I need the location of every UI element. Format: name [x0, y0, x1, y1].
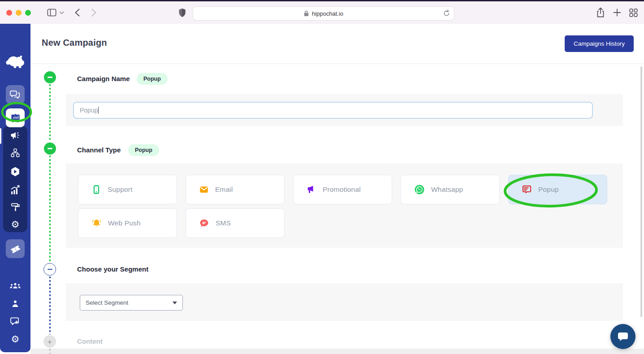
app-sidebar: ⚙ ⚙ [0, 24, 30, 352]
sidebar-item-workflows[interactable] [0, 148, 30, 158]
segment-label: Choose your Segment [77, 265, 148, 273]
sidebar-item-campaigns[interactable] [0, 131, 30, 141]
campaign-name-badge: Popup [137, 73, 168, 85]
growth-chart-icon [10, 185, 21, 195]
channel-type-label: Channel Type [77, 146, 121, 154]
content-label: Content [77, 337, 103, 345]
person-icon [10, 299, 20, 309]
back-icon[interactable] [75, 9, 80, 17]
minimize-window-button[interactable] [16, 10, 22, 16]
campaign-name-value: Popup [80, 107, 98, 114]
address-bar[interactable]: hippochat.io [193, 6, 454, 21]
campaign-name-section: Popup [66, 94, 623, 126]
channel-card-popup[interactable]: Popup [508, 175, 607, 204]
sidebar-item-design[interactable] [0, 202, 30, 212]
sidebar-item-teams[interactable] [0, 281, 30, 291]
share-icon[interactable] [596, 8, 605, 17]
channel-label: SMS [216, 219, 231, 227]
campaign-name-input[interactable]: Popup [73, 102, 593, 119]
forward-icon[interactable] [91, 9, 96, 17]
sidebar-subpanel [3, 126, 27, 232]
tab-overview-icon[interactable] [629, 9, 638, 17]
sidebar-item-tickets[interactable] [6, 239, 25, 258]
sidebar-item-dashboard[interactable] [6, 108, 25, 127]
channel-label: Promotional [323, 186, 361, 194]
stepper-connector [49, 276, 51, 334]
channel-card-whatsapp[interactable]: Whatsapp [401, 175, 500, 204]
chat-gear-icon [10, 316, 21, 327]
step3-indicator[interactable] [43, 263, 56, 276]
segment-select[interactable]: Select Segment [80, 295, 183, 311]
close-window-button[interactable] [6, 10, 12, 16]
gear-icon: ⚙ [11, 220, 20, 229]
chats-icon [10, 90, 21, 99]
sidebar-item-chats[interactable] [6, 85, 25, 104]
step1-indicator[interactable] [44, 71, 56, 83]
sidebar-item-chat-settings[interactable] [0, 316, 30, 327]
campaign-name-label: Campaign Name [77, 75, 130, 82]
team-icon [9, 281, 21, 291]
channel-card-email[interactable]: Email [186, 175, 285, 204]
segment-select-value: Select Segment [86, 299, 128, 306]
sidebar-item-analytics[interactable] [0, 185, 30, 195]
channel-label: Support [108, 186, 133, 194]
reload-icon[interactable] [443, 9, 450, 17]
page-header: New Campaign Campaigns History [30, 24, 644, 63]
chevron-down-icon[interactable] [60, 11, 64, 14]
envelope-icon [199, 185, 209, 194]
segment-section: Select Segment OR Create segment via CSV [66, 283, 623, 321]
page-title: New Campaign [42, 38, 107, 48]
channel-type-badge: Popup [128, 144, 159, 156]
channel-card-support[interactable]: Support [78, 175, 177, 204]
next-section-band [30, 349, 644, 354]
workflow-icon [10, 148, 20, 158]
channel-card-sms[interactable]: SMS [186, 208, 285, 238]
sidebar-item-profile[interactable] [0, 299, 30, 309]
mobile-phone-icon [91, 185, 101, 194]
dashboard-icon [10, 113, 21, 123]
chat-widget-button[interactable] [610, 324, 635, 349]
paint-roller-icon [10, 202, 21, 212]
campaigns-megaphone-icon [10, 131, 21, 141]
bell-icon [91, 218, 102, 229]
url-text: hippochat.io [312, 10, 343, 17]
page-scrollbar[interactable] [640, 66, 642, 317]
stepper-connector [49, 155, 51, 262]
stepper-connector [49, 349, 51, 354]
campaigns-history-button[interactable]: Campaigns History [565, 35, 634, 52]
channel-label: Popup [538, 186, 559, 194]
step2-indicator[interactable] [44, 142, 56, 155]
zoom-window-button[interactable] [25, 10, 31, 16]
channel-type-section: Support Email Promotional Whatsapp Popup… [66, 164, 623, 248]
whatsapp-icon [414, 184, 425, 195]
channel-card-promotional[interactable]: Promotional [293, 175, 392, 204]
sidebar-item-settings[interactable]: ⚙ [0, 220, 30, 229]
hippo-logo-icon[interactable] [0, 52, 30, 70]
popup-window-icon [522, 185, 532, 195]
traffic-lights[interactable] [6, 10, 35, 16]
sidebar-toggle-icon[interactable] [47, 9, 56, 17]
send-hexagon-icon [10, 166, 21, 177]
new-tab-plus-icon[interactable] [613, 9, 621, 17]
privacy-shield-icon[interactable] [178, 8, 186, 17]
ticket-icon [9, 243, 21, 254]
chat-bubble-icon [617, 331, 629, 342]
sidebar-item-preferences[interactable]: ⚙ [0, 335, 30, 344]
step4-indicator[interactable]: + [43, 335, 56, 348]
gear-icon: ⚙ [11, 335, 20, 344]
megaphone-icon [307, 185, 316, 194]
select-caret-icon [173, 302, 177, 304]
text-cursor [98, 107, 99, 114]
stepper-connector [49, 84, 51, 142]
screen: hippochat.io [0, 0, 644, 354]
channel-label: Email [215, 186, 233, 194]
channel-label: Whatsapp [431, 186, 463, 194]
channel-label: Web Push [108, 219, 141, 227]
browser-toolbar: hippochat.io [0, 1, 644, 24]
sms-bubble-icon [199, 218, 209, 229]
sidebar-item-send[interactable] [0, 166, 30, 177]
channel-card-webpush[interactable]: Web Push [78, 208, 177, 238]
